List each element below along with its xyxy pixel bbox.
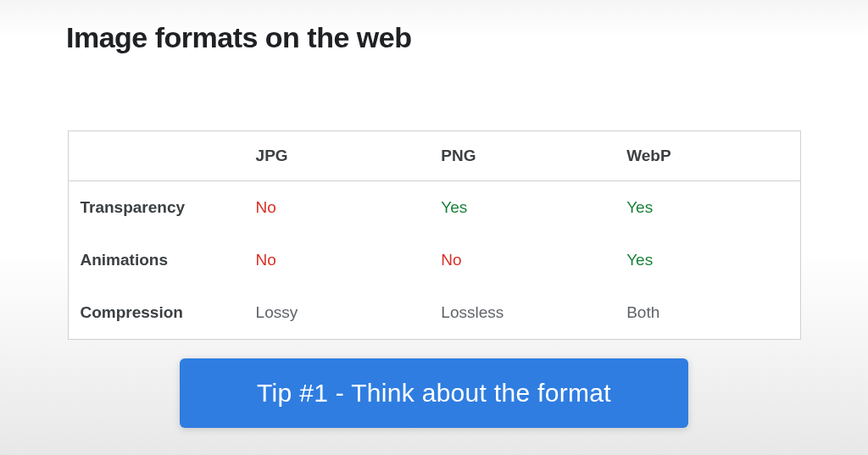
th-jpg: JPG	[244, 131, 430, 181]
cell-value: Lossy	[244, 286, 430, 340]
th-png: PNG	[429, 131, 615, 181]
comparison-table: JPG PNG WebP TransparencyNoYesYesAnimati…	[68, 130, 801, 340]
row-label: Animations	[68, 234, 244, 286]
cell-value: No	[244, 181, 430, 235]
cell-value: No	[429, 234, 615, 286]
cell-value: No	[244, 234, 430, 286]
table-row: AnimationsNoNoYes	[68, 234, 800, 286]
cell-value: Yes	[615, 181, 800, 235]
th-webp: WebP	[615, 131, 800, 181]
row-label: Transparency	[68, 181, 244, 235]
row-label: Compression	[68, 286, 244, 340]
table-row: CompressionLossyLosslessBoth	[68, 286, 800, 340]
tip-banner: Tip #1 - Think about the format	[180, 358, 688, 428]
cell-value: Yes	[615, 234, 800, 286]
cell-value: Yes	[429, 181, 615, 235]
table-header-row: JPG PNG WebP	[68, 131, 800, 181]
th-empty	[68, 131, 244, 181]
cell-value: Lossless	[429, 286, 615, 340]
table-row: TransparencyNoYesYes	[68, 181, 800, 235]
cell-value: Both	[615, 286, 800, 340]
comparison-table-wrap: JPG PNG WebP TransparencyNoYesYesAnimati…	[68, 130, 801, 340]
page-title: Image formats on the web	[0, 0, 868, 54]
